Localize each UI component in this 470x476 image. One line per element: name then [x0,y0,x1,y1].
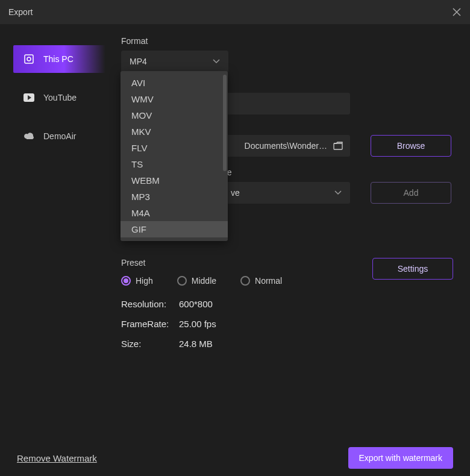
sidebar-item-label: YouTube [43,93,77,102]
framerate-label: FrameRate: [121,319,179,329]
svg-rect-0 [25,55,33,63]
size-label: Size: [121,339,179,349]
format-option-label: MP3 [131,192,150,202]
sidebar-item-label: DemoAir [43,131,76,141]
format-option[interactable]: GIF [121,221,228,237]
radio-label: High [136,276,153,286]
youtube-icon [23,92,35,104]
sidebar-item-this-pc[interactable]: This PC [13,45,105,73]
preset-radio-normal[interactable]: Normal [240,276,282,286]
format-option-label: WMV [131,94,154,104]
format-option[interactable]: TS [121,156,228,172]
format-dropdown-menu[interactable]: AVI WMV MOV MKV FLV TS WEBM MP3 M4A GIF [121,71,228,241]
format-selected-value: MP4 [130,57,147,66]
radio-dot-icon [121,276,131,286]
sidebar-item-demoair[interactable]: DemoAir [13,122,105,150]
radio-dot-icon [177,276,187,286]
settings-button[interactable]: Settings [372,258,453,280]
preset-radios: High Middle Normal [121,276,282,286]
format-option[interactable]: WMV [121,91,228,107]
chevron-down-icon [213,59,220,64]
remove-watermark-link[interactable]: Remove Watermark [17,453,97,463]
format-option[interactable]: MP3 [121,189,228,205]
format-option[interactable]: MOV [121,107,228,124]
preset-section: Preset High Middle Normal [121,258,453,349]
add-button-label: Add [404,188,419,198]
preset-radio-middle[interactable]: Middle [177,276,216,286]
output-info: Resolution: 600*800 FrameRate: 25.00 fps… [121,299,453,349]
size-value: 24.8 MB [179,339,213,349]
radio-dot-icon [240,276,250,286]
browse-button-label: Browse [397,141,425,151]
format-label: Format [121,36,453,46]
format-option-label: TS [131,159,143,169]
window-title: Export [8,7,33,17]
add-cloud-button[interactable]: Add [371,182,451,204]
format-option-label: GIF [131,224,146,234]
hdd-icon [23,53,35,65]
format-option[interactable]: WEBM [121,172,228,189]
format-option[interactable]: MKV [121,124,228,140]
svg-point-1 [27,57,31,61]
export-button[interactable]: Export with watermark [348,447,453,469]
sidebar-item-label: This PC [43,54,74,64]
radio-label: Normal [255,276,282,286]
export-button-label: Export with watermark [359,453,442,463]
radio-label: Middle [192,276,216,286]
framerate-value: 25.00 fps [179,319,216,329]
format-row: Format MP4 [121,36,453,72]
titlebar: Export [0,0,470,24]
content: This PC YouTube DemoAir Format MP4 [0,24,470,359]
preset-radio-high[interactable]: High [121,276,153,286]
format-option-label: MKV [131,127,151,137]
format-option-label: M4A [131,208,150,218]
format-option-label: AVI [131,78,145,88]
cloud-icon [23,130,35,142]
format-option[interactable]: AVI [121,75,228,91]
svg-rect-3 [334,143,342,149]
sidebar-item-youtube[interactable]: YouTube [13,84,105,111]
dropdown-scrollbar[interactable] [223,75,227,171]
format-option-label: WEBM [131,175,160,186]
resolution-value: 600*800 [179,299,213,309]
format-option-label: FLV [131,143,147,153]
format-select[interactable]: MP4 [121,51,228,72]
browse-button[interactable]: Browse [371,135,451,157]
sidebar: This PC YouTube DemoAir [0,36,105,359]
format-option[interactable]: M4A [121,205,228,221]
preset-label: Preset [121,258,282,268]
folder-icon [333,142,343,150]
close-icon[interactable] [452,7,462,17]
resolution-label: Resolution: [121,299,179,309]
settings-button-label: Settings [398,264,428,274]
format-option-label: MOV [131,110,152,121]
footer: Remove Watermark Export with watermark [0,440,470,476]
format-option[interactable]: FLV [121,140,228,156]
chevron-down-icon [334,190,342,195]
